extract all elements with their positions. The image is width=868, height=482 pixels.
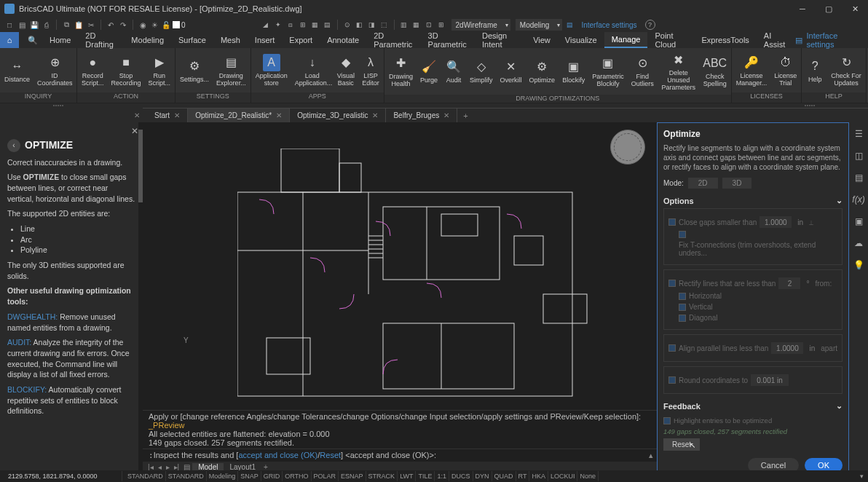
layout-add-icon[interactable]: + bbox=[261, 463, 270, 471]
align-input[interactable] bbox=[771, 342, 803, 354]
ribbon-visual-button[interactable]: ◆VisualBasic bbox=[337, 54, 355, 87]
feedback-section-header[interactable]: Feedback⌄ bbox=[663, 401, 843, 411]
ribbon-find-button[interactable]: ⊙FindOutliers bbox=[631, 55, 654, 88]
interface-settings-icon-right[interactable]: ▤ bbox=[795, 36, 802, 45]
status-tile[interactable]: TILE bbox=[416, 471, 435, 481]
ribbon-tab-home[interactable]: Home bbox=[42, 32, 78, 48]
mode-3d-button[interactable]: 3D bbox=[722, 178, 752, 189]
ribbon-settings--button[interactable]: ⚙Settings... bbox=[180, 58, 209, 84]
status-modeling[interactable]: Modeling bbox=[207, 471, 239, 481]
ribbon-tab-point-cloud[interactable]: Point Cloud bbox=[647, 32, 694, 48]
status-hka[interactable]: HKA bbox=[529, 471, 548, 481]
ribbon-tab-manage[interactable]: Manage bbox=[604, 32, 648, 48]
reset-button[interactable]: Reset↖ bbox=[663, 438, 700, 451]
ribbon-tab-expresstools[interactable]: ExpressTools bbox=[694, 32, 756, 48]
interface-settings-link-qat[interactable]: Interface settings bbox=[581, 21, 636, 29]
ribbon-check-button[interactable]: ABCCheckSpelling bbox=[703, 55, 727, 88]
qat-vs-icon-2[interactable]: ▦ bbox=[411, 20, 422, 30]
layer-selector[interactable]: ◉☀🔓 0 bbox=[138, 20, 259, 30]
ribbon-load-button[interactable]: ↓LoadApplication... bbox=[295, 54, 330, 87]
ribbon-tab-annotate[interactable]: Annotate bbox=[320, 32, 366, 48]
status-ortho[interactable]: ORTHO bbox=[283, 471, 311, 481]
ribbon-overkill-button[interactable]: ✕Overkill bbox=[500, 58, 522, 84]
ribbon-tab-view[interactable]: View bbox=[526, 32, 558, 48]
minimize-button[interactable]: ─ bbox=[789, 0, 816, 17]
vertical-checkbox[interactable] bbox=[679, 304, 686, 311]
close-gaps-checkbox[interactable] bbox=[668, 218, 676, 226]
ribbon-audit-button[interactable]: 🔍Audit bbox=[445, 58, 462, 84]
qat-undo-icon[interactable]: ↶ bbox=[106, 20, 116, 30]
rectify-checkbox[interactable] bbox=[668, 280, 676, 287]
layout1-tab[interactable]: Layout1 bbox=[224, 463, 261, 471]
help-close-icon[interactable]: ✕ bbox=[131, 125, 138, 138]
qat-icon-3[interactable]: ⧈ bbox=[285, 20, 296, 30]
horizontal-checkbox[interactable] bbox=[679, 293, 686, 300]
ribbon-tab-surface[interactable]: Surface bbox=[171, 32, 213, 48]
ribbon-drawing-button[interactable]: ✚DrawingHealth bbox=[389, 55, 413, 88]
status-rt[interactable]: RT bbox=[516, 471, 530, 481]
ribbon-tab-visualize[interactable]: Visualize bbox=[558, 32, 604, 48]
ribbon-drawing-button[interactable]: ▤DrawingExplorer... bbox=[216, 54, 246, 87]
settings-panel-icon[interactable]: ☰ bbox=[853, 128, 864, 140]
ribbon-tab-export[interactable]: Export bbox=[282, 32, 320, 48]
ribbon-stop-button[interactable]: ■StopRecording bbox=[111, 54, 141, 87]
qat-copy-icon[interactable]: ⧉ bbox=[61, 20, 71, 30]
qat-new-icon[interactable]: □ bbox=[4, 20, 15, 30]
status-dyn[interactable]: DYN bbox=[473, 471, 492, 481]
layers-panel-icon[interactable]: ◫ bbox=[853, 150, 864, 162]
close-window-button[interactable]: ✕ bbox=[842, 0, 868, 17]
qat-vs-icon-4[interactable]: ⊞ bbox=[436, 20, 446, 30]
ribbon-blockify-button[interactable]: ▣Blockify bbox=[562, 58, 585, 84]
doc-tab-start[interactable]: Start✕ bbox=[147, 108, 188, 123]
status-none[interactable]: None bbox=[577, 471, 599, 481]
status-quad[interactable]: QUAD bbox=[492, 471, 516, 481]
qat-save-icon[interactable]: 💾 bbox=[29, 20, 39, 30]
structure-panel-icon[interactable]: ▤ bbox=[853, 172, 864, 183]
ribbon-application-button[interactable]: AApplicationstore bbox=[256, 54, 288, 87]
qat-vs-icon-1[interactable]: ▥ bbox=[399, 20, 409, 30]
status-polar[interactable]: POLAR bbox=[312, 471, 339, 481]
ribbon-parametric-button[interactable]: ▣ParametricBlockify bbox=[592, 55, 624, 88]
highlight-checkbox[interactable] bbox=[663, 417, 671, 424]
status-snap[interactable]: SNAP bbox=[238, 471, 261, 481]
ribbon-tab-mesh[interactable]: Mesh bbox=[213, 32, 248, 48]
ribbon-tab-insert[interactable]: Insert bbox=[248, 32, 283, 48]
add-doc-button[interactable]: + bbox=[457, 111, 473, 120]
cloud-panel-icon[interactable]: ☁ bbox=[853, 237, 864, 249]
tips-panel-icon[interactable]: 💡 bbox=[853, 259, 864, 271]
ribbon-tab-design-intent[interactable]: Design Intent bbox=[475, 32, 526, 48]
layout-first-icon[interactable]: |◂ bbox=[146, 463, 156, 471]
command-line[interactable]: :Inspect the results and [accept and clo… bbox=[143, 449, 645, 462]
ribbon-license-button[interactable]: 🔑LicenseManager... bbox=[736, 54, 768, 87]
visual-style-combo[interactable]: 2dWireframe bbox=[451, 19, 510, 31]
round-input[interactable] bbox=[751, 374, 789, 386]
status-expand-icon[interactable]: ▾ bbox=[860, 473, 868, 480]
qat-view-icon-1[interactable]: ⊙ bbox=[342, 20, 352, 30]
ribbon-purge-button[interactable]: 🧹Purge bbox=[420, 58, 438, 84]
interface-settings-link[interactable]: Interface settings bbox=[807, 31, 863, 49]
status-ducs[interactable]: DUCS bbox=[449, 471, 473, 481]
fx-panel-icon[interactable]: f(x) bbox=[853, 194, 864, 205]
pick-distance-icon[interactable]: ⟂ bbox=[809, 218, 813, 226]
doc-tab-optimize-2d-realistic-[interactable]: Optimize_2D_Realistic*✕ bbox=[188, 108, 290, 123]
close-icon[interactable]: ✕ bbox=[174, 111, 180, 119]
mode-2d-button[interactable]: 2D bbox=[688, 178, 718, 189]
blocks-panel-icon[interactable]: ▣ bbox=[853, 216, 864, 227]
doc-tab-optimize-3d-realistic[interactable]: Optimize_3D_realistic✕ bbox=[290, 108, 386, 123]
interface-settings-icon[interactable]: ▤ bbox=[564, 20, 575, 30]
qat-view-icon-4[interactable]: ⬚ bbox=[379, 20, 390, 30]
workspace-combo[interactable]: Modeling bbox=[516, 19, 563, 31]
diagonal-checkbox[interactable] bbox=[679, 315, 686, 322]
ribbon-run-button[interactable]: ▶RunScript... bbox=[149, 54, 171, 87]
layout-last-icon[interactable]: ▸| bbox=[172, 463, 182, 471]
status-lwt[interactable]: LWT bbox=[398, 471, 416, 481]
ribbon-tab-3d-parametric[interactable]: 3D Parametric bbox=[421, 32, 475, 48]
ribbon-license-button[interactable]: ⏱LicenseTrial bbox=[774, 54, 797, 87]
fix-t-checkbox[interactable] bbox=[679, 231, 686, 238]
status-lockui[interactable]: LOCKUI bbox=[548, 471, 578, 481]
ribbon-lisp-button[interactable]: λLISPEditor bbox=[362, 54, 379, 87]
status-standard[interactable]: STANDARD bbox=[125, 471, 166, 481]
qat-measure-icon[interactable]: ◢ bbox=[261, 20, 271, 30]
ribbon-tab-2d-drafting[interactable]: 2D Drafting bbox=[78, 32, 124, 48]
ribbon-id-button[interactable]: ⊕IDCoordinates bbox=[37, 54, 72, 87]
